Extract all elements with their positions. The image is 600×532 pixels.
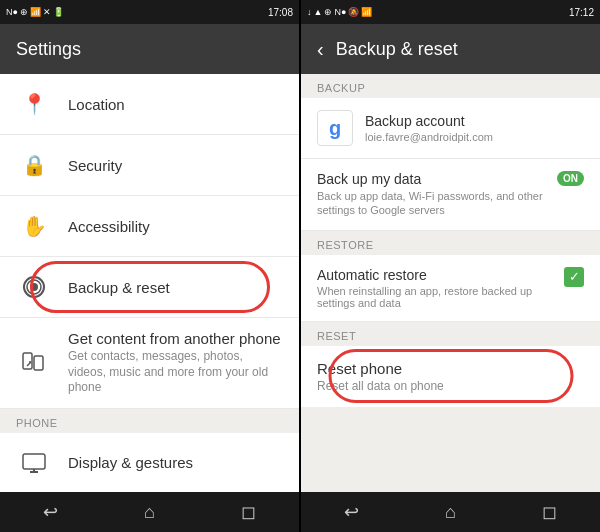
security-title: Security — [68, 157, 283, 174]
right-back-button[interactable]: ↩ — [332, 497, 371, 527]
settings-item-location[interactable]: 📍 Location — [0, 74, 299, 135]
left-status-network-icon: N● — [6, 7, 18, 17]
left-home-button[interactable]: ⌂ — [132, 498, 167, 527]
backup-account-title: Backup account — [365, 113, 584, 129]
left-status-time: 17:08 — [268, 7, 293, 18]
backup-section-header: BACKUP — [301, 74, 600, 98]
right-content: BACKUP g Backup account loie.favre@andro… — [301, 74, 600, 492]
restore-section-header: RESTORE — [301, 231, 600, 255]
backup-reset-title: Backup & reset — [68, 279, 283, 296]
backup-my-data-item[interactable]: Back up my data Back up app data, Wi-Fi … — [301, 159, 600, 231]
right-status-time: 17:12 — [569, 7, 594, 18]
right-status-mute-icon: 🔕 — [348, 7, 359, 17]
left-status-icons: N● ⊕ 📶 ✕ 🔋 — [6, 7, 64, 17]
backup-my-data-title: Back up my data — [317, 171, 557, 187]
reset-phone-title: Reset phone — [317, 360, 584, 377]
right-status-signal-icon: 📶 — [361, 7, 372, 17]
right-status-bar: ↓ ▲ ⊕ N● 🔕 📶 17:12 — [301, 0, 600, 24]
reset-section-header: RESET — [301, 322, 600, 346]
left-status-mute-icon: ✕ — [43, 7, 51, 17]
right-home-button[interactable]: ⌂ — [433, 498, 468, 527]
settings-item-security[interactable]: 🔒 Security — [0, 135, 299, 196]
svg-rect-7 — [23, 454, 45, 469]
phone-section-header: PHONE — [0, 409, 299, 433]
left-status-bar: N● ⊕ 📶 ✕ 🔋 17:08 — [0, 0, 299, 24]
backup-reset-icon — [16, 269, 52, 305]
automatic-restore-checkbox[interactable]: ✓ — [564, 267, 584, 287]
automatic-restore-subtitle: When reinstalling an app, restore backed… — [317, 285, 564, 309]
left-status-signal-icon: 📶 — [30, 7, 41, 17]
left-panel: N● ⊕ 📶 ✕ 🔋 17:08 Settings 📍 Location 🔒 S… — [0, 0, 299, 532]
accessibility-icon: ✋ — [16, 208, 52, 244]
left-status-wifi-icon: ⊕ — [20, 7, 28, 17]
reset-phone-wrapper: Reset phone Reset all data on phone — [301, 346, 600, 407]
right-nav-bar: ↩ ⌂ ◻ — [301, 492, 600, 532]
security-icon: 🔒 — [16, 147, 52, 183]
settings-item-backup-reset[interactable]: Backup & reset — [0, 257, 299, 318]
left-nav-bar: ↩ ⌂ ◻ — [0, 492, 299, 532]
get-content-icon — [16, 345, 52, 381]
location-title: Location — [68, 96, 283, 113]
left-status-battery-icon: 🔋 — [53, 7, 64, 17]
location-icon: 📍 — [16, 86, 52, 122]
automatic-restore-item[interactable]: Automatic restore When reinstalling an a… — [301, 255, 600, 322]
google-s-icon: g — [317, 110, 353, 146]
right-panel: ↓ ▲ ⊕ N● 🔕 📶 17:12 ‹ Backup & reset BACK… — [301, 0, 600, 532]
right-recent-button[interactable]: ◻ — [530, 497, 569, 527]
right-page-title: Backup & reset — [336, 39, 458, 60]
reset-phone-item[interactable]: Reset phone Reset all data on phone — [301, 346, 600, 407]
automatic-restore-title: Automatic restore — [317, 267, 564, 283]
right-status-wifi-icon: ⊕ — [324, 7, 332, 17]
right-back-arrow[interactable]: ‹ — [317, 38, 324, 61]
reset-phone-subtitle: Reset all data on phone — [317, 379, 584, 393]
get-content-title: Get content from another phone — [68, 330, 283, 347]
display-icon — [16, 445, 52, 481]
backup-my-data-toggle[interactable]: ON — [557, 171, 584, 186]
left-page-title: Settings — [16, 39, 81, 60]
display-title: Display & gestures — [68, 454, 283, 471]
right-status-n-icon: N● — [334, 7, 346, 17]
get-content-subtitle: Get contacts, messages, photos, videos, … — [68, 349, 283, 396]
accessibility-title: Accessibility — [68, 218, 283, 235]
right-status-icons: ↓ ▲ ⊕ N● 🔕 📶 — [307, 7, 372, 17]
backup-account-item[interactable]: g Backup account loie.favre@androidpit.c… — [301, 98, 600, 159]
svg-rect-3 — [23, 353, 32, 369]
svg-rect-4 — [34, 356, 43, 370]
left-settings-list: 📍 Location 🔒 Security ✋ Accessibility — [0, 74, 299, 492]
left-recent-button[interactable]: ◻ — [229, 497, 268, 527]
left-top-bar: Settings — [0, 24, 299, 74]
settings-item-get-content[interactable]: Get content from another phone Get conta… — [0, 318, 299, 409]
settings-item-accessibility[interactable]: ✋ Accessibility — [0, 196, 299, 257]
right-status-download-icon: ↓ — [307, 7, 312, 17]
left-back-button[interactable]: ↩ — [31, 497, 70, 527]
settings-item-display[interactable]: Display & gestures — [0, 433, 299, 492]
right-status-alert-icon: ▲ — [314, 7, 323, 17]
right-top-bar: ‹ Backup & reset — [301, 24, 600, 74]
backup-my-data-subtitle: Back up app data, Wi-Fi passwords, and o… — [317, 189, 557, 218]
backup-account-subtitle: loie.favre@androidpit.com — [365, 131, 584, 143]
svg-point-1 — [30, 283, 38, 291]
